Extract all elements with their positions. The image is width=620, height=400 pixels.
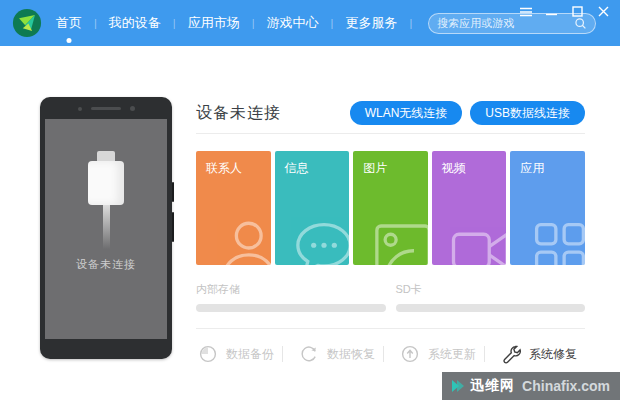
phone-preview: 设备未连接 — [40, 97, 172, 359]
close-icon[interactable] — [597, 5, 610, 18]
action-label: 数据备份 — [226, 346, 274, 363]
page-title: 设备未连接 — [196, 103, 281, 124]
device-panel: 设备未连接 WLAN无线连接 USB数据线连接 联系人 信息 — [196, 98, 585, 367]
category-tiles: 联系人 信息 图片 — [196, 151, 585, 265]
nav-label: 我的设备 — [109, 15, 161, 30]
menu-icon[interactable] — [519, 5, 532, 18]
tile-label: 应用 — [520, 160, 544, 177]
phone-power-button — [172, 212, 174, 242]
repair-icon — [501, 344, 521, 364]
nav-separator: | — [94, 17, 97, 29]
restore-icon — [299, 344, 319, 364]
action-label: 系统修复 — [529, 346, 577, 363]
action-separator — [484, 346, 485, 362]
header-divider — [196, 133, 585, 134]
phone-speaker — [91, 107, 121, 110]
contact-icon — [213, 215, 271, 265]
nav-label: 应用市场 — [188, 15, 240, 30]
phone-status-text: 设备未连接 — [76, 257, 136, 272]
app-logo-icon — [12, 8, 42, 38]
action-label: 数据恢复 — [327, 346, 375, 363]
system-repair-button[interactable]: 系统修复 — [499, 344, 585, 364]
topbar: 首页 | 我的设备 | 应用市场 | 游戏中心 | 更多服务 | 搜索应用或游戏 — [0, 0, 620, 46]
nav-item-home[interactable]: 首页 — [52, 14, 86, 32]
action-separator — [282, 346, 283, 362]
action-separator — [383, 346, 384, 362]
tile-messages[interactable]: 信息 — [275, 151, 350, 265]
nav-separator: | — [173, 17, 176, 29]
sd-card-storage-bar — [396, 304, 586, 312]
tile-label: 联系人 — [206, 160, 242, 177]
nav-label: 首页 — [56, 15, 82, 30]
main-nav: 首页 | 我的设备 | 应用市场 | 游戏中心 | 更多服务 | — [52, 0, 420, 46]
phone-volume-button — [172, 182, 174, 202]
minimize-icon[interactable] — [545, 5, 558, 18]
usb-plug-icon — [88, 151, 124, 249]
phone-sensor-dot — [78, 107, 82, 111]
nav-label: 更多服务 — [345, 15, 397, 30]
connect-buttons: WLAN无线连接 USB数据线连接 — [350, 101, 585, 125]
nav-item-more-services[interactable]: 更多服务 — [341, 14, 401, 32]
data-backup-button[interactable]: 数据备份 — [196, 344, 282, 364]
update-icon — [400, 344, 420, 364]
window-controls — [519, 5, 610, 18]
tile-videos[interactable]: 视频 — [432, 151, 507, 265]
storage-label: SD卡 — [396, 282, 586, 297]
nav-item-game-center[interactable]: 游戏中心 — [263, 14, 323, 32]
nav-separator: | — [252, 17, 255, 29]
active-indicator-dot — [67, 38, 72, 43]
backup-icon — [198, 344, 218, 364]
tile-label: 信息 — [285, 160, 309, 177]
message-icon — [291, 215, 349, 265]
tile-apps[interactable]: 应用 — [510, 151, 585, 265]
nav-separator: | — [331, 17, 334, 29]
phone-camera-dot — [130, 106, 135, 111]
wlan-connect-button[interactable]: WLAN无线连接 — [350, 101, 463, 125]
tile-label: 视频 — [442, 160, 466, 177]
usb-connect-button[interactable]: USB数据线连接 — [470, 101, 585, 125]
action-label: 系统更新 — [428, 346, 476, 363]
watermark-site-cn: 迅维网 — [470, 377, 515, 395]
action-bar: 数据备份 数据恢复 系统更新 系统修复 — [196, 341, 585, 367]
video-icon — [448, 215, 506, 265]
system-update-button[interactable]: 系统更新 — [398, 344, 484, 364]
internal-storage: 内部存储 — [196, 282, 386, 312]
tile-contacts[interactable]: 联系人 — [196, 151, 271, 265]
nav-item-app-market[interactable]: 应用市场 — [184, 14, 244, 32]
data-restore-button[interactable]: 数据恢复 — [297, 344, 383, 364]
nav-label: 游戏中心 — [267, 15, 319, 30]
tile-pictures[interactable]: 图片 — [353, 151, 428, 265]
tile-label: 图片 — [363, 160, 387, 177]
internal-storage-bar — [196, 304, 386, 312]
storage-label: 内部存储 — [196, 282, 386, 297]
search-icon — [574, 17, 587, 30]
watermark: 迅维网 Chinafix.com — [442, 372, 620, 400]
picture-icon — [370, 215, 428, 265]
phone-screen: 设备未连接 — [45, 119, 167, 339]
chevron-icon — [450, 378, 466, 394]
nav-separator: | — [409, 17, 412, 29]
section-divider — [196, 328, 585, 329]
storage-section: 内部存储 SD卡 — [196, 282, 585, 312]
nav-item-my-device[interactable]: 我的设备 — [105, 14, 165, 32]
apps-icon — [527, 215, 585, 265]
sd-card-storage: SD卡 — [396, 282, 586, 312]
panel-header: 设备未连接 WLAN无线连接 USB数据线连接 — [196, 98, 585, 128]
watermark-site-en: Chinafix.com — [522, 378, 610, 394]
maximize-icon[interactable] — [571, 5, 584, 18]
